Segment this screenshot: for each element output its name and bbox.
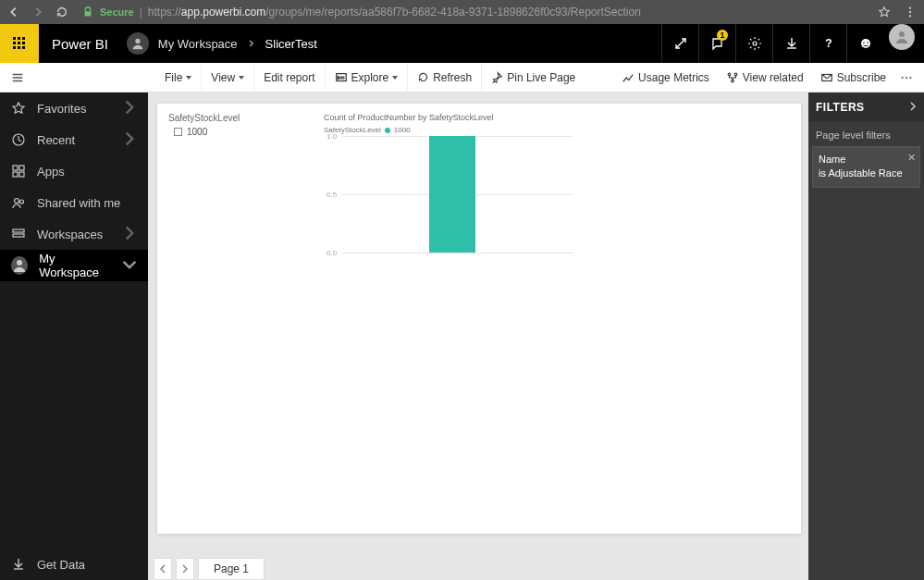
svg-rect-7 xyxy=(13,42,16,44)
chevron-down-icon xyxy=(122,257,137,275)
chevron-down-icon xyxy=(186,76,191,80)
svg-point-36 xyxy=(20,200,24,204)
notifications-button[interactable]: 1 xyxy=(698,24,735,63)
svg-point-22 xyxy=(338,78,339,79)
settings-button[interactable] xyxy=(735,24,772,63)
sidebar-item-get-data[interactable]: Get Data xyxy=(0,549,148,580)
svg-rect-11 xyxy=(18,46,20,49)
svg-point-17 xyxy=(863,42,865,43)
checkbox-icon[interactable] xyxy=(174,128,182,136)
slicer-option-label: 1000 xyxy=(187,127,207,137)
page-tab[interactable]: Page 1 xyxy=(198,558,265,580)
slicer-option[interactable]: 1000 xyxy=(174,127,298,137)
view-related-button[interactable]: View related xyxy=(718,63,812,93)
svg-rect-4 xyxy=(13,37,16,40)
svg-rect-34 xyxy=(19,172,24,177)
get-data-icon xyxy=(11,557,26,572)
svg-text:?: ? xyxy=(825,37,832,50)
fullscreen-button[interactable] xyxy=(661,24,698,63)
sidebar-label: Favorites xyxy=(37,102,86,116)
bookmark-star-icon[interactable] xyxy=(878,6,891,19)
chart-bar[interactable] xyxy=(429,136,475,253)
page-prev-button[interactable] xyxy=(154,558,172,580)
chart-legend: SafetyStockLevel 1000 xyxy=(324,126,573,134)
related-icon xyxy=(726,71,739,84)
ellipsis-icon xyxy=(900,71,913,84)
slicer-visual[interactable]: SafetyStockLevel 1000 xyxy=(168,113,298,168)
profile-avatar[interactable] xyxy=(889,24,915,50)
browser-menu-icon[interactable] xyxy=(904,6,917,19)
svg-rect-5 xyxy=(18,37,20,40)
browser-forward-icon[interactable] xyxy=(31,6,44,19)
legend-swatch-icon xyxy=(385,128,390,133)
sidebar-label: Get Data xyxy=(37,558,85,572)
svg-rect-9 xyxy=(22,42,25,44)
more-options-button[interactable] xyxy=(894,63,918,93)
app-header: Power BI My Workspace SlicerTest 1 ? xyxy=(0,24,924,63)
browser-address-bar: Secure | https://app.powerbi.com/groups/… xyxy=(0,0,924,24)
pin-icon xyxy=(491,71,503,83)
sidebar-item-apps[interactable]: Apps xyxy=(0,155,148,187)
chevron-right-icon[interactable] xyxy=(909,101,917,114)
browser-reload-icon[interactable] xyxy=(55,6,68,19)
star-icon xyxy=(11,101,26,116)
svg-point-16 xyxy=(861,39,870,48)
nav-toggle-button[interactable] xyxy=(6,63,30,93)
bar-chart-visual[interactable]: Count of ProductNumber by SafetyStockLev… xyxy=(324,113,573,270)
svg-rect-31 xyxy=(13,166,18,170)
sidebar-item-workspaces[interactable]: Workspaces xyxy=(0,218,148,250)
refresh-icon xyxy=(417,71,429,83)
report-canvas[interactable]: SafetyStockLevel 1000 Count of ProductNu… xyxy=(157,104,801,534)
file-menu[interactable]: File xyxy=(155,63,202,93)
svg-point-29 xyxy=(909,76,911,78)
app-launcher-button[interactable] xyxy=(0,24,39,63)
refresh-button[interactable]: Refresh xyxy=(408,63,482,93)
chevron-right-icon xyxy=(122,100,137,117)
sidebar-label: Workspaces xyxy=(37,228,103,241)
notification-badge: 1 xyxy=(717,30,728,41)
workspaces-icon xyxy=(11,227,26,241)
filter-card[interactable]: ✕ Name is Adjustable Race xyxy=(812,146,920,188)
browser-back-icon[interactable] xyxy=(7,6,20,19)
feedback-button[interactable] xyxy=(846,24,883,63)
pin-live-page-button[interactable]: Pin Live Page xyxy=(482,63,585,93)
help-button[interactable]: ? xyxy=(809,24,846,63)
sidebar-item-recent[interactable]: Recent xyxy=(0,124,148,155)
apps-icon xyxy=(11,164,26,179)
y-tick-label: 0.5 xyxy=(326,191,337,199)
command-ribbon: File View Edit report Explore Refresh Pi… xyxy=(0,63,924,93)
slicer-title: SafetyStockLevel xyxy=(168,113,298,123)
subscribe-button[interactable]: Subscribe xyxy=(812,63,894,93)
breadcrumb-workspace[interactable]: My Workspace xyxy=(158,37,238,51)
remove-filter-button[interactable]: ✕ xyxy=(907,151,916,165)
svg-point-2 xyxy=(909,11,911,13)
metrics-icon xyxy=(622,71,634,84)
sidebar-item-my-workspace[interactable]: My Workspace xyxy=(0,250,148,281)
sidebar-item-favorites[interactable]: Favorites xyxy=(0,93,148,124)
view-menu[interactable]: View xyxy=(202,63,254,93)
url-text[interactable]: https://app.powerbi.com/groups/me/report… xyxy=(148,6,641,19)
explore-menu[interactable]: Explore xyxy=(326,63,409,93)
filter-value: is Adjustable Race xyxy=(819,167,914,180)
page-tabs: Page 1 xyxy=(148,552,808,580)
breadcrumb-report[interactable]: SlicerTest xyxy=(265,37,317,51)
user-avatar-icon xyxy=(127,32,149,55)
svg-point-3 xyxy=(909,15,911,17)
svg-point-28 xyxy=(906,76,907,78)
sidebar-item-shared[interactable]: Shared with me xyxy=(0,187,148,218)
usage-metrics-button[interactable]: Usage Metrics xyxy=(613,63,718,93)
svg-point-14 xyxy=(753,42,757,45)
filters-header[interactable]: FILTERS xyxy=(808,93,924,122)
download-button[interactable] xyxy=(772,24,809,63)
breadcrumb-separator-icon xyxy=(247,37,256,51)
edit-report-button[interactable]: Edit report xyxy=(254,63,325,93)
page-next-button[interactable] xyxy=(176,558,194,580)
svg-rect-37 xyxy=(13,229,24,232)
filters-title: FILTERS xyxy=(816,101,865,114)
sidebar-label: Recent xyxy=(37,133,75,147)
svg-point-19 xyxy=(899,31,905,37)
explore-icon xyxy=(335,71,348,84)
mail-icon xyxy=(820,71,833,84)
people-icon xyxy=(11,195,26,210)
svg-rect-32 xyxy=(19,166,24,170)
